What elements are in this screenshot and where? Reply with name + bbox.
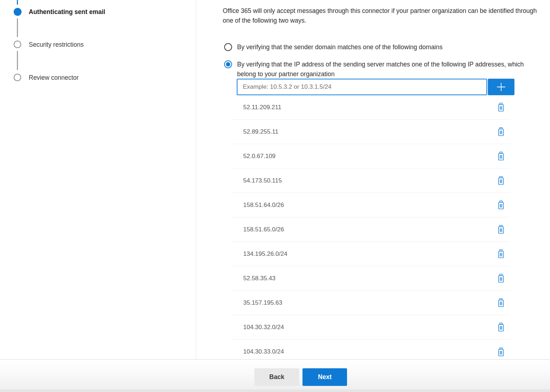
step-indicator-authenticating-current xyxy=(14,8,22,16)
trash-icon xyxy=(497,102,505,112)
trash-icon xyxy=(497,273,505,283)
delete-ip-button[interactable] xyxy=(496,248,506,259)
ip-address-value: 158.51.65.0/26 xyxy=(243,226,284,233)
stepper-connector-line xyxy=(17,51,18,70)
ip-address-value: 54.173.50.115 xyxy=(243,177,282,184)
delete-ip-button[interactable] xyxy=(496,175,506,186)
stepper-connector-previous xyxy=(17,0,18,5)
ip-address-value: 104.30.33.0/24 xyxy=(243,348,284,355)
back-button[interactable]: Back xyxy=(254,368,299,386)
ip-address-value: 134.195.26.0/24 xyxy=(243,250,287,258)
ip-address-value: 158.51.64.0/26 xyxy=(243,202,284,209)
list-item: 35.157.195.63 xyxy=(231,291,510,315)
ip-address-value: 52.58.35.43 xyxy=(243,275,276,282)
radio-unselected-icon[interactable] xyxy=(224,43,232,51)
trash-icon xyxy=(497,176,505,185)
trash-icon xyxy=(497,225,505,234)
list-item: 158.51.65.0/26 xyxy=(231,217,510,242)
delete-ip-button[interactable] xyxy=(496,346,506,358)
stepper-connector-line xyxy=(17,18,18,37)
stepper-item-review-connector[interactable]: Review connector xyxy=(29,74,79,82)
stepper-item-security-restrictions[interactable]: Security restrictions xyxy=(29,41,84,49)
delete-ip-button[interactable] xyxy=(496,151,506,162)
ip-address-value: 104.30.32.0/24 xyxy=(243,324,284,331)
list-item: 52.89.255.11 xyxy=(231,120,510,144)
panel-divider xyxy=(196,0,196,359)
trash-icon xyxy=(497,347,505,357)
ip-address-value: 52.11.209.211 xyxy=(243,104,281,111)
radio-option-ip-address[interactable]: By verifying that the IP address of the … xyxy=(224,60,524,79)
trash-icon xyxy=(497,322,505,332)
ip-address-list: 52.11.209.211 52.89.255.11 52.0.67.109 5… xyxy=(231,95,510,364)
next-button[interactable]: Next xyxy=(302,368,347,386)
trash-icon xyxy=(497,200,505,210)
connector-wizard-page: Authenticating sent email Security restr… xyxy=(0,0,550,392)
list-item: 52.58.35.43 xyxy=(231,266,510,291)
trash-icon xyxy=(497,249,505,259)
ip-address-value: 52.0.67.109 xyxy=(243,153,276,160)
step-indicator-security-restrictions xyxy=(14,41,21,48)
ip-address-value: 35.157.195.63 xyxy=(243,299,282,306)
stepper-item-authenticating-sent-email[interactable]: Authenticating sent email xyxy=(29,8,105,16)
delete-ip-button[interactable] xyxy=(496,273,506,284)
list-item: 52.11.209.211 xyxy=(231,95,510,120)
delete-ip-button[interactable] xyxy=(496,102,506,113)
list-item: 158.51.64.0/26 xyxy=(231,193,510,217)
delete-ip-button[interactable] xyxy=(496,297,506,308)
wizard-footer: Back Next xyxy=(0,359,550,392)
plus-icon xyxy=(496,82,507,92)
trash-icon xyxy=(497,298,505,308)
radio-option-label[interactable]: By verifying that the IP address of the … xyxy=(237,60,524,79)
trash-icon xyxy=(497,151,505,161)
list-item: 104.30.32.0/24 xyxy=(231,315,510,340)
delete-ip-button[interactable] xyxy=(496,199,506,211)
trash-icon xyxy=(497,127,505,137)
list-item: 134.195.26.0/24 xyxy=(231,242,510,266)
radio-selected-icon[interactable] xyxy=(224,60,232,68)
ip-address-input[interactable] xyxy=(237,79,487,95)
list-item: 54.173.50.115 xyxy=(231,169,510,193)
ip-address-value: 52.89.255.11 xyxy=(243,128,278,135)
delete-ip-button[interactable] xyxy=(496,126,506,137)
radio-option-sender-domain[interactable]: By verifying that the sender domain matc… xyxy=(224,43,443,51)
intro-text: Office 365 will only accept messages thr… xyxy=(223,6,539,26)
radio-option-label[interactable]: By verifying that the sender domain matc… xyxy=(237,43,443,51)
delete-ip-button[interactable] xyxy=(496,224,506,235)
list-item: 52.0.67.109 xyxy=(231,144,510,169)
delete-ip-button[interactable] xyxy=(496,322,506,333)
step-indicator-review-connector xyxy=(14,74,21,81)
add-ip-button[interactable] xyxy=(488,79,514,95)
